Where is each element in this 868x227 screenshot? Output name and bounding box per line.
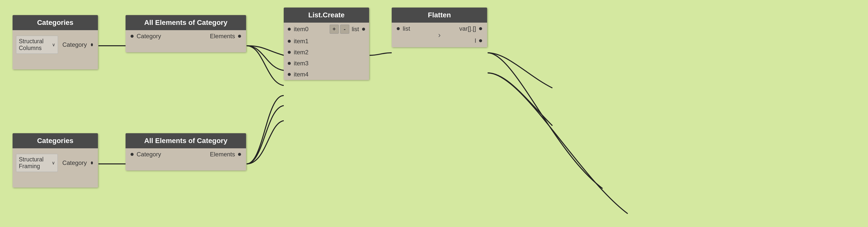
list-create-item3-label: item3	[294, 60, 309, 67]
all-elements-bottom-output-label: Elements	[210, 151, 235, 158]
categories-top-output-port	[91, 43, 93, 46]
list-create-item1-port	[288, 40, 291, 43]
all-elements-top-input-label: Category	[136, 33, 161, 40]
all-elements-top-output-port	[238, 35, 241, 38]
all-elements-bottom-input-port	[130, 153, 133, 156]
categories-top-output-label: Category	[63, 41, 87, 48]
list-create-list-port	[362, 28, 365, 31]
chevron-down-icon: ∨	[52, 42, 55, 48]
categories-bottom-output-label: Category	[62, 160, 87, 166]
flatten-input-label: list	[403, 25, 410, 32]
categories-bottom-output-port	[91, 161, 93, 164]
flatten-output-bottom-port	[479, 39, 482, 42]
flatten-output-top-label: var[].[]	[459, 25, 476, 32]
flatten-input-row: list	[392, 23, 436, 35]
all-elements-bottom-input-row: Category	[126, 148, 186, 160]
list-create-plus-button[interactable]: +	[330, 25, 339, 34]
categories-top-dropdown-value: Structural Columns	[19, 38, 51, 52]
all-elements-bottom-header: All Elements of Category	[126, 133, 246, 148]
list-create-item2-port	[288, 51, 291, 54]
list-create-item3-port	[288, 62, 291, 65]
categories-bottom-dropdown-row: Structural Framing ∨ Category	[12, 151, 98, 175]
all-elements-bottom-input-label: Category	[136, 151, 161, 158]
all-elements-top-header: All Elements of Category	[126, 15, 246, 30]
all-elements-top-input-port	[130, 35, 133, 38]
flatten-chevron-icon: ›	[438, 31, 441, 39]
all-elements-top-input-row: Category	[126, 30, 186, 42]
flatten-input-port	[397, 27, 400, 30]
flatten-output-bottom-row: l	[471, 35, 487, 47]
chevron-down-icon-2: ∨	[52, 160, 55, 166]
all-elements-bottom-output-row: Elements	[186, 148, 246, 160]
list-create-item0-port	[288, 28, 291, 31]
flatten-output-top-row: var[].[]	[456, 23, 487, 35]
list-create-item1-label: item1	[294, 38, 309, 45]
canvas: Categories Structural Columns ∨ Category…	[0, 0, 868, 227]
flatten-node: Flatten list › var[].[] l	[392, 7, 487, 47]
categories-bottom-header: Categories	[12, 133, 98, 148]
categories-top-dropdown-row: Structural Columns ∨ Category	[12, 33, 98, 57]
list-create-list-output-label: list	[352, 26, 359, 33]
all-elements-top-node: All Elements of Category Category Elemen…	[126, 15, 246, 52]
categories-bottom-node: Categories Structural Framing ∨ Category	[12, 133, 98, 188]
categories-top-node: Categories Structural Columns ∨ Category	[12, 15, 98, 69]
all-elements-top-output-label: Elements	[210, 33, 235, 40]
list-create-node: List.Create item0 + - list item1 item2	[284, 7, 369, 80]
all-elements-bottom-node: All Elements of Category Category Elemen…	[126, 133, 246, 170]
list-create-minus-button[interactable]: -	[340, 25, 349, 34]
all-elements-bottom-output-port	[238, 153, 241, 156]
categories-bottom-dropdown[interactable]: Structural Framing ∨	[16, 154, 58, 172]
list-create-item4-port	[288, 73, 291, 76]
flatten-output-top-port	[479, 27, 482, 30]
flatten-header: Flatten	[392, 7, 487, 23]
all-elements-top-output-row: Elements	[186, 30, 246, 42]
flatten-body: list › var[].[] l	[392, 23, 487, 47]
categories-top-dropdown[interactable]: Structural Columns ∨	[16, 36, 58, 54]
categories-bottom-dropdown-value: Structural Framing	[19, 156, 50, 170]
list-create-header: List.Create	[284, 7, 369, 23]
flatten-output-bottom-label: l	[475, 37, 476, 44]
categories-top-header: Categories	[12, 15, 98, 30]
list-create-item0-label: item0	[294, 26, 328, 33]
list-create-item2-label: item2	[294, 49, 309, 56]
list-create-item4-label: item4	[294, 71, 309, 78]
